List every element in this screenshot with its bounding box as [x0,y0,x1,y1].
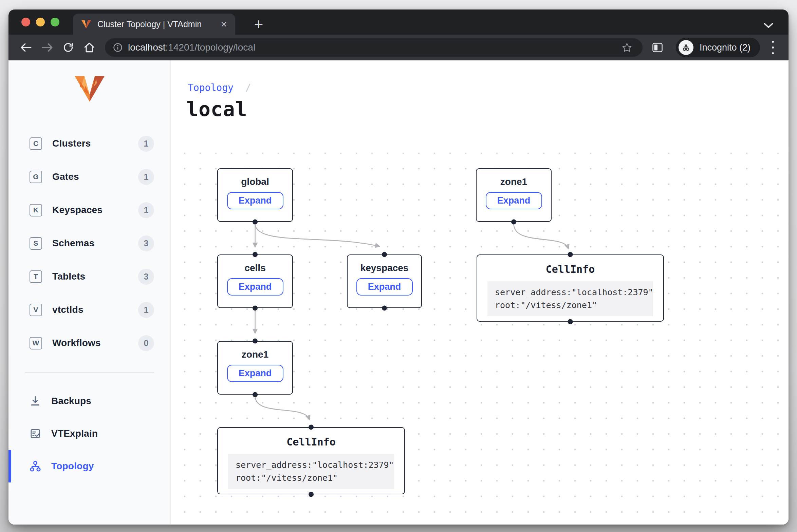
count-badge: 1 [138,136,154,152]
code-line: root:"/vitess/zone1" [236,473,338,483]
sidebar-item-label: Schemas [52,238,94,249]
minimize-window-button[interactable] [36,18,45,26]
sidebar-nav: C Clusters 1 G Gates 1 K Keyspaces 1 S S… [8,127,170,360]
sidebar-item-label: Tablets [52,271,85,282]
count-badge: 1 [138,302,154,318]
sidebar-item-label: vtctlds [52,304,84,315]
expand-button[interactable]: Expand [227,192,283,209]
sidebar-item-keyspaces[interactable]: K Keyspaces 1 [8,193,170,227]
tab-strip: Cluster Topology | VTAdmin × + [8,10,789,35]
code-line: server_address:"localhost:2379" [236,460,394,470]
node-zone1-top[interactable]: zone1 Expand [476,168,552,222]
browser-window: Cluster Topology | VTAdmin × + [8,10,789,525]
profile-incognito-badge[interactable]: Incognito (2) [676,38,760,57]
close-tab-icon[interactable]: × [221,19,227,30]
breadcrumb-separator: / [245,82,251,93]
node-title: keyspaces [348,263,421,273]
download-icon [28,395,42,407]
url-host: localhost [128,42,166,53]
node-title: global [218,176,292,187]
expand-button[interactable]: Expand [356,278,413,296]
sidebar-item-backups[interactable]: Backups [8,385,170,417]
incognito-label: Incognito (2) [700,42,750,53]
expand-button[interactable]: Expand [227,365,283,382]
browser-tab[interactable]: Cluster Topology | VTAdmin × [73,14,235,35]
node-title: CellInfo [477,263,663,275]
code-line: server_address:"localhost:2379" [495,287,653,297]
node-cellinfo-right[interactable]: CellInfo server_address:"localhost:2379"… [477,254,664,322]
sidebar-item-label: Topology [51,461,94,472]
forward-button[interactable] [38,39,56,56]
clusters-icon: C [30,137,42,150]
url-text: localhost:14201/topology/local [128,42,255,53]
site-info-icon[interactable] [113,43,123,52]
sidebar-tools: Backups VTExplain [8,385,170,482]
node-cellinfo-bottom[interactable]: CellInfo server_address:"localhost:2379"… [217,427,405,494]
sidebar-item-workflows[interactable]: W Workflows 0 [8,326,170,360]
document-check-icon [28,428,42,440]
main-panel: Topology / local global Expand zone1 Exp… [171,60,789,525]
sidebar-item-schemas[interactable]: S Schemas 3 [8,227,170,260]
vitess-favicon [81,20,91,29]
reload-button[interactable] [59,39,77,56]
sidebar-item-vtctlds[interactable]: V vtctlds 1 [8,293,170,326]
sidebar-item-label: Keyspaces [52,205,103,215]
url-rest: :14201/topology/local [166,42,256,53]
expand-button[interactable]: Expand [227,278,283,296]
incognito-icon [679,40,693,55]
node-title: zone1 [477,176,551,187]
side-panel-button[interactable] [649,39,666,56]
tab-title: Cluster Topology | VTAdmin [97,19,221,29]
node-global[interactable]: global Expand [217,168,293,222]
count-badge: 0 [138,335,154,351]
browser-menu-button[interactable] [766,39,780,56]
sidebar-divider [25,372,154,373]
sidebar-item-tablets[interactable]: T Tablets 3 [8,260,170,293]
bookmark-star-icon[interactable] [619,40,634,55]
breadcrumb: Topology / [188,82,251,93]
node-title: CellInfo [218,436,404,448]
home-button[interactable] [80,39,98,56]
count-badge: 3 [138,235,154,251]
count-badge: 1 [138,169,154,185]
browser-toolbar: localhost:14201/topology/local [8,35,789,60]
maximize-window-button[interactable] [51,18,59,26]
node-keyspaces[interactable]: keyspaces Expand [347,254,422,308]
node-zone1-left[interactable]: zone1 Expand [217,341,293,395]
page-content: C Clusters 1 G Gates 1 K Keyspaces 1 S S… [8,60,789,525]
node-cells[interactable]: cells Expand [217,254,293,308]
cellinfo-code: server_address:"localhost:2379" root:"/v… [487,281,653,316]
vtctlds-icon: V [30,304,42,316]
expand-button[interactable]: Expand [486,192,542,209]
sidebar: C Clusters 1 G Gates 1 K Keyspaces 1 S S… [8,60,171,525]
topology-icon [28,460,42,472]
window-controls [21,18,59,26]
sidebar-item-clusters[interactable]: C Clusters 1 [8,127,170,160]
sidebar-item-label: VTExplain [51,428,98,439]
breadcrumb-topology-link[interactable]: Topology [188,82,234,93]
sidebar-item-label: Gates [52,171,79,182]
address-bar[interactable]: localhost:14201/topology/local [105,38,643,57]
workflows-icon: W [30,337,42,349]
sidebar-item-label: Clusters [52,138,91,149]
tab-search-chevron-icon[interactable] [763,22,774,28]
node-title: zone1 [218,349,292,360]
sidebar-item-topology[interactable]: Topology [8,450,170,482]
node-title: cells [218,263,292,273]
count-badge: 1 [138,202,154,218]
close-window-button[interactable] [21,18,30,26]
page-title: local [186,98,247,121]
sidebar-item-label: Backups [51,396,91,406]
active-indicator [8,450,11,482]
sidebar-item-label: Workflows [52,338,101,348]
count-badge: 3 [138,269,154,285]
tablets-icon: T [30,270,42,283]
sidebar-item-vtexplain[interactable]: VTExplain [8,417,170,450]
code-line: root:"/vitess/zone1" [495,300,597,310]
keyspaces-icon: K [30,204,42,216]
gates-icon: G [30,171,42,183]
cellinfo-code: server_address:"localhost:2379" root:"/v… [228,454,394,489]
sidebar-item-gates[interactable]: G Gates 1 [8,160,170,193]
back-button[interactable] [17,39,35,56]
new-tab-button[interactable]: + [250,16,267,33]
